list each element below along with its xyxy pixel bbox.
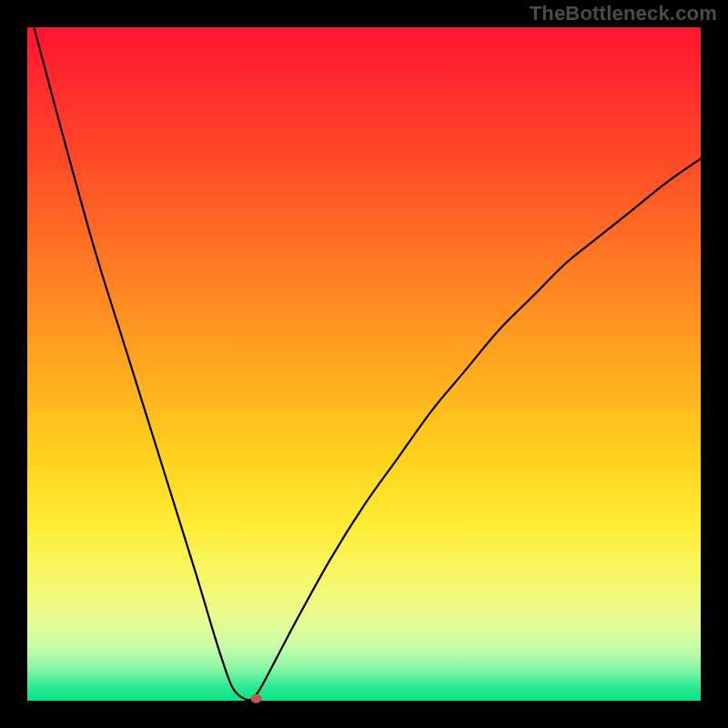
minimum-marker xyxy=(251,694,262,703)
watermark-text: TheBottleneck.com xyxy=(530,2,717,25)
plot-area xyxy=(27,27,701,701)
bottleneck-curve xyxy=(27,27,701,701)
chart-frame: TheBottleneck.com xyxy=(0,0,728,728)
curve-path xyxy=(34,27,701,700)
